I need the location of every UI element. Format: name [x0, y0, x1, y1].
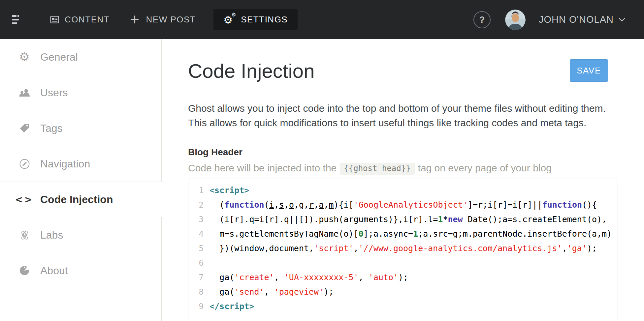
- newspaper-icon: [50, 16, 59, 23]
- code-line: 1<script>: [188, 183, 618, 198]
- code-line: 3 (i[r].q=i[r].q||[]).push(arguments)},i…: [188, 212, 618, 227]
- settings-sidebar: ⚙GeneralUsersTagsNavigation<>Code Inject…: [0, 39, 162, 321]
- gear-icon: ⚙: [18, 51, 30, 63]
- navbar-tabs: CONTENT+NEW POST⚙⚙SETTINGS: [48, 9, 298, 30]
- code-line-content: m=s.getElementsByTagName(o)[0];a.async=1…: [209, 227, 618, 241]
- section-caption: Code here will be injected into the{{gho…: [188, 162, 644, 175]
- navbar-right: ? JOHN O'NOLAN: [473, 10, 644, 30]
- content-row: ⚙GeneralUsersTagsNavigation<>Code Inject…: [0, 39, 644, 321]
- caption-text: tag on every page of your blog: [418, 162, 552, 173]
- menu-bar: [12, 19, 19, 20]
- section-heading: Blog Header: [188, 147, 644, 158]
- sidebar-item-users[interactable]: Users: [0, 75, 162, 110]
- code-line: 7 ga('create', 'UA-xxxxxxxx-5', 'auto');: [188, 270, 618, 285]
- code-line: 8 ga('send', 'pageview');: [188, 285, 618, 299]
- help-button[interactable]: ?: [473, 11, 491, 28]
- ghost-head-tag-badge: {{ghost_head}}: [340, 163, 414, 175]
- line-number: 3: [188, 212, 204, 227]
- avatar[interactable]: [505, 10, 526, 30]
- line-number: 6: [188, 256, 204, 270]
- ghost-logo-icon: [18, 264, 30, 277]
- line-number: 8: [188, 285, 204, 299]
- description-line: This allows for quick modifications to i…: [188, 116, 644, 130]
- gear-icon: ⚙⚙: [223, 14, 235, 26]
- atom-icon: [18, 229, 30, 241]
- line-number: 2: [188, 198, 204, 212]
- caption-text: Code here will be injected into the: [188, 162, 337, 173]
- user-menu[interactable]: JOHN O'NOLAN: [539, 14, 626, 25]
- sidebar-item-label: Users: [40, 87, 68, 99]
- line-number: 9: [188, 299, 204, 314]
- code-editor[interactable]: 1<script>2 (function(i,s,o,g,r,a,m){i['G…: [188, 179, 618, 321]
- ghost-menu-icon[interactable]: [12, 15, 19, 24]
- nav-tab-settings[interactable]: ⚙⚙SETTINGS: [213, 9, 298, 30]
- sidebar-item-tags[interactable]: Tags: [0, 110, 162, 146]
- users-icon: [18, 86, 30, 99]
- sidebar-item-labs[interactable]: Labs: [0, 217, 162, 253]
- sidebar-item-code-injection[interactable]: <>Code Injection: [0, 182, 162, 217]
- code-line: 6: [188, 256, 618, 270]
- code-line: 9</script>: [188, 299, 618, 314]
- code-line: 2 (function(i,s,o,g,r,a,m){i['GoogleAnal…: [188, 198, 618, 212]
- line-number: 4: [188, 227, 204, 241]
- save-button[interactable]: SAVE: [570, 59, 608, 82]
- user-name: JOHN O'NOLAN: [539, 14, 614, 25]
- main-panel: Code Injection SAVE Ghost allows you to …: [162, 39, 644, 321]
- code-line-content: (i[r].q=i[r].q||[]).push(arguments)},i[r…: [209, 212, 618, 227]
- nav-tab-new-post[interactable]: +NEW POST: [127, 9, 198, 30]
- description-line: Ghost allows you to inject code into the…: [188, 101, 644, 116]
- sidebar-item-label: About: [40, 265, 68, 277]
- tag-icon: [18, 122, 30, 134]
- sidebar-item-general[interactable]: ⚙General: [0, 39, 162, 75]
- nav-tab-label: CONTENT: [65, 15, 110, 25]
- chevron-down-icon: [618, 17, 626, 22]
- code-brackets-icon: <>: [18, 193, 30, 206]
- sidebar-item-label: Navigation: [40, 158, 90, 170]
- code-line-content: (function(i,s,o,g,r,a,m){i['GoogleAnalyt…: [209, 198, 618, 212]
- code-line-content: ga('send', 'pageview');: [209, 285, 618, 299]
- code-line: 4 m=s.getElementsByTagName(o)[0];a.async…: [188, 227, 618, 241]
- nav-tab-label: SETTINGS: [241, 15, 288, 25]
- sidebar-item-label: Code Injection: [40, 193, 113, 206]
- sidebar-item-navigation[interactable]: Navigation: [0, 146, 162, 182]
- line-number: 5: [188, 241, 204, 256]
- sidebar-item-about[interactable]: About: [0, 253, 162, 288]
- code-line-content: ga('create', 'UA-xxxxxxxx-5', 'auto');: [209, 270, 618, 285]
- code-line-content: <script>: [209, 183, 618, 198]
- line-number: 7: [188, 270, 204, 285]
- nav-tab-content[interactable]: CONTENT: [48, 9, 112, 30]
- menu-bar: [12, 15, 19, 17]
- code-line: 5 })(window,document,'script','//www.goo…: [188, 241, 618, 256]
- sidebar-item-label: Tags: [40, 122, 63, 134]
- code-lines: 1<script>2 (function(i,s,o,g,r,a,m){i['G…: [188, 179, 618, 314]
- plus-icon: +: [129, 14, 140, 25]
- nav-tab-label: NEW POST: [146, 15, 196, 25]
- code-line-content: })(window,document,'script','//www.googl…: [209, 241, 618, 256]
- question-mark-icon: ?: [479, 15, 485, 25]
- page-description: Ghost allows you to inject code into the…: [188, 101, 644, 130]
- sidebar-item-label: Labs: [40, 229, 63, 241]
- line-number: 1: [188, 183, 204, 198]
- avatar-photo: [505, 10, 526, 30]
- sidebar-item-label: General: [40, 51, 78, 63]
- menu-bar: [12, 22, 19, 24]
- compass-icon: [18, 158, 30, 170]
- top-navbar: CONTENT+NEW POST⚙⚙SETTINGS ? JOHN O'NOLA…: [0, 0, 644, 39]
- code-line-content: </script>: [209, 299, 618, 314]
